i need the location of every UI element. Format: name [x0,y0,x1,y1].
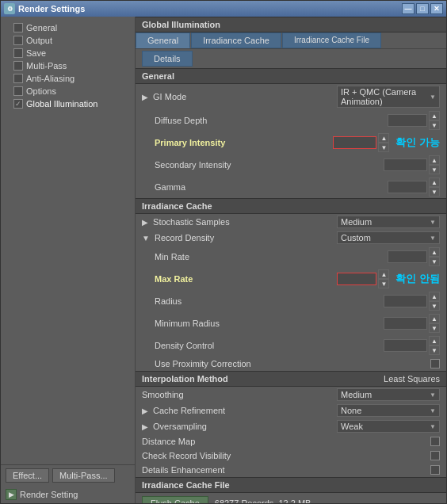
proximity-correction-checkbox[interactable] [430,359,440,368]
sidebar-item-options[interactable]: Options [1,85,135,97]
antialiasing-checkbox[interactable] [13,74,23,83]
radius-up[interactable]: ▲ [429,292,440,301]
sidebar-label-antialiasing: Anti-Aliasing [26,74,74,83]
render-settings-window: ⚙ Render Settings — □ ✕ General Output [0,0,447,504]
check-record-visibility-checkbox[interactable] [430,451,440,460]
secondary-intensity-value: 100 % ▲ ▼ [384,155,440,174]
gi-mode-triangle: ▶ [142,93,148,101]
max-rate-input[interactable]: -2 [337,273,376,285]
record-density-dropdown[interactable]: Custom ▼ [337,231,440,244]
maximize-button[interactable]: □ [416,3,429,14]
sidebar-item-output[interactable]: Output [1,34,135,47]
sidebar-item-general[interactable]: General [1,21,135,34]
sidebar-item-antialiasing[interactable]: Anti-Aliasing [1,72,135,85]
sidebar-item-save[interactable]: Save [1,47,135,59]
min-rate-value: -3 ▲ ▼ [388,247,440,266]
stochastic-triangle: ▶ [142,218,148,227]
sidebar-label-options: Options [26,86,56,96]
tab-details[interactable]: Details [142,51,193,67]
minimum-radius-input[interactable]: 25 % [384,317,427,330]
radius-down[interactable]: ▼ [429,301,440,311]
secondary-intensity-up[interactable]: ▲ [429,155,440,165]
proximity-correction-row: Use Proximity Correction [136,357,446,371]
max-rate-down[interactable]: ▼ [378,279,389,288]
gamma-spinner: ▲ ▼ [429,178,440,197]
sidebar-bottom: Effect... Multi-Pass... ▶ Render Setting [1,464,135,503]
interpolation-value: Least Squares [384,374,440,384]
smoothing-dropdown[interactable]: Medium ▼ [337,388,440,401]
density-control-row: Density Control 50 % ▲ ▼ [136,334,446,357]
primary-intensity-up[interactable]: ▲ [378,133,389,143]
density-control-label: Density Control [155,341,384,350]
diffuse-depth-input[interactable]: 2 [388,114,427,127]
secondary-intensity-input[interactable]: 100 % [384,158,427,171]
cache-records-info: 68277 Records, 12,2 MB [215,498,311,503]
min-rate-down[interactable]: ▼ [429,257,440,266]
radius-input[interactable]: 40 % [384,295,427,307]
sidebar-item-multipass[interactable]: Multi-Pass [1,59,135,72]
primary-intensity-label: Primary Intensity [155,138,333,147]
record-density-arrow: ▼ [430,235,436,242]
cache-refinement-row: ▶ Cache Refinement None ▼ [136,403,446,418]
density-control-up[interactable]: ▲ [429,336,440,346]
gamma-down[interactable]: ▼ [429,187,440,197]
gi-mode-dropdown[interactable]: IR + QMC (Camera Animation) ▼ [337,86,440,108]
multipass-checkbox[interactable] [13,61,23,71]
primary-intensity-spinner: ▲ ▼ [378,133,389,152]
diffuse-depth-spinner: ▲ ▼ [429,111,440,130]
max-rate-annotation: 확인 안됨 [395,272,440,286]
flush-cache-button[interactable]: Flush Cache [142,496,208,503]
secondary-intensity-row: Secondary Intensity 100 % ▲ ▼ [136,154,446,176]
effect-button[interactable]: Effect... [6,468,49,483]
gamma-up[interactable]: ▲ [429,178,440,187]
secondary-intensity-spinner: ▲ ▼ [429,155,440,174]
smoothing-value: Medium [341,390,372,399]
oversampling-dropdown[interactable]: Weak ▼ [337,420,440,433]
minimum-radius-up[interactable]: ▲ [429,314,440,323]
options-checkbox[interactable] [13,86,23,96]
smoothing-label: Smoothing [142,390,337,399]
density-control-input[interactable]: 50 % [384,339,427,352]
tab-irradiance-cache-file[interactable]: Irradiance Cache File [282,32,381,48]
sidebar-label-gi: Global Illumination [26,99,98,109]
diffuse-depth-label: Diffuse Depth [155,116,388,125]
multipass-button[interactable]: Multi-Pass... [52,468,115,483]
save-checkbox[interactable] [13,48,23,58]
minimize-button[interactable]: — [402,3,415,14]
gi-mode-row: ▶ GI Mode IR + QMC (Camera Animation) ▼ [136,84,446,109]
secondary-intensity-down[interactable]: ▼ [429,165,440,174]
primary-intensity-down[interactable]: ▼ [378,143,389,152]
output-checkbox[interactable] [13,36,23,45]
stochastic-samples-value: Medium [341,217,372,227]
cache-refinement-dropdown[interactable]: None ▼ [337,404,440,417]
check-record-visibility-row: Check Record Visibility [136,449,446,463]
cache-refinement-label: ▶ Cache Refinement [142,406,337,415]
primary-intensity-input[interactable]: 200 % [333,136,376,149]
diffuse-depth-value: 2 ▲ ▼ [388,111,440,130]
stochastic-samples-label: ▶ Stochastic Samples [142,217,337,227]
diffuse-depth-down[interactable]: ▼ [429,120,440,130]
general-checkbox[interactable] [13,23,23,32]
sidebar-item-globalillumination[interactable]: Global Illumination [1,97,135,110]
stochastic-samples-dropdown[interactable]: Medium ▼ [337,216,440,228]
min-rate-input[interactable]: -3 [388,250,427,263]
radius-row: Radius 40 % ▲ ▼ [136,290,446,312]
gamma-input[interactable]: 1 [388,181,427,193]
min-rate-up[interactable]: ▲ [429,247,440,257]
minimum-radius-down[interactable]: ▼ [429,323,440,333]
details-enhancement-checkbox[interactable] [430,465,440,475]
tab-irradiance-cache[interactable]: Irradiance Cache [191,32,281,48]
window-controls: — □ ✕ [402,3,443,14]
max-rate-up[interactable]: ▲ [378,269,389,279]
sidebar-label-save: Save [26,48,46,58]
sidebar-label-output: Output [26,36,52,45]
details-enhancement-row: Details Enhancement [136,463,446,477]
gi-checkbox[interactable] [13,99,23,109]
density-control-down[interactable]: ▼ [429,346,440,355]
window-title: Render Settings [18,4,85,13]
tab-general[interactable]: General [136,32,190,48]
diffuse-depth-up[interactable]: ▲ [429,111,440,120]
record-density-triangle: ▼ [142,234,150,242]
close-button[interactable]: ✕ [430,3,443,14]
distance-map-checkbox[interactable] [430,437,440,446]
